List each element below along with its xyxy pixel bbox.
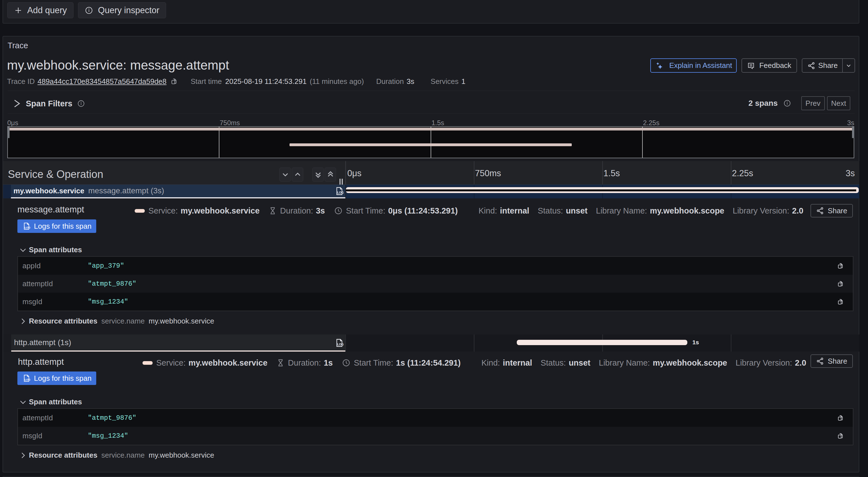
svg-text:LOG: LOG (25, 226, 31, 229)
svg-text:LOG: LOG (337, 342, 344, 346)
svg-text:LOG: LOG (25, 378, 31, 381)
svg-text:LOG: LOG (337, 191, 344, 194)
